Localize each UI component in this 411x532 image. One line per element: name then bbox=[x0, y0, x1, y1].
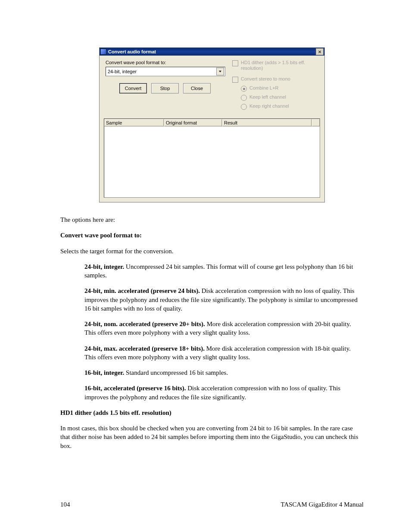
col-spacer bbox=[312, 119, 320, 126]
dialog-title: Convert audio format bbox=[108, 49, 316, 54]
format-value: 24-bit, integer bbox=[108, 69, 216, 74]
col-result[interactable]: Result bbox=[222, 119, 312, 126]
app-icon bbox=[100, 49, 106, 55]
convert-audio-dialog: Convert audio format ✕ Convert wave pool… bbox=[99, 47, 325, 202]
format-select[interactable]: 24-bit, integer bbox=[106, 67, 225, 76]
col-original-format[interactable]: Original format bbox=[164, 119, 222, 126]
sample-list[interactable]: Sample Original format Result bbox=[104, 118, 320, 198]
col-sample[interactable]: Sample bbox=[104, 119, 164, 126]
heading-convert-format: Convert wave pool format to: bbox=[60, 231, 364, 240]
convert-button[interactable]: Convert bbox=[119, 83, 147, 93]
intro-text: The options here are: bbox=[60, 215, 364, 224]
stereo-to-mono-label: Convert stereo to mono bbox=[241, 76, 290, 82]
format-label: Convert wave pool format to: bbox=[106, 60, 225, 65]
list-header: Sample Original format Result bbox=[104, 119, 320, 127]
opt-24-integer: 24-bit, integer. Uncompressed 24 bit sam… bbox=[84, 262, 364, 280]
close-button[interactable]: Close bbox=[183, 83, 211, 93]
p-hd1-explain: In most cases, this box should be checke… bbox=[60, 424, 364, 450]
combine-lr-radio[interactable] bbox=[241, 86, 247, 92]
dialog-titlebar: Convert audio format ✕ bbox=[100, 48, 324, 56]
stereo-to-mono-checkbox[interactable] bbox=[232, 77, 238, 83]
hd1-dither-checkbox[interactable] bbox=[232, 60, 238, 66]
page-number: 104 bbox=[60, 501, 70, 508]
chevron-down-icon[interactable] bbox=[216, 68, 224, 75]
opt-24-nom: 24-bit, nom. accelerated (preserve 20+ b… bbox=[84, 320, 364, 337]
opt-16-accel: 16-bit, accelerated (preserve 16 bits). … bbox=[84, 384, 364, 401]
keep-right-radio[interactable] bbox=[241, 104, 247, 110]
keep-right-label: Keep right channel bbox=[249, 103, 289, 109]
close-icon[interactable]: ✕ bbox=[316, 48, 324, 55]
p-selects-target: Selects the target format for the conver… bbox=[60, 247, 364, 255]
document-body: The options here are: Convert wave pool … bbox=[60, 215, 364, 450]
hd1-dither-label: HD1 dither (adds > 1.5 bits eff. resolut… bbox=[241, 60, 319, 71]
heading-hd1: HD1 dither (adds 1.5 bits eff. resolutio… bbox=[60, 408, 364, 417]
manual-title: TASCAM GigaEditor 4 Manual bbox=[280, 501, 364, 508]
keep-left-radio[interactable] bbox=[241, 95, 247, 101]
stop-button[interactable]: Stop bbox=[151, 83, 179, 93]
opt-24-max: 24-bit, max. accelerated (preserve 18+ b… bbox=[84, 344, 364, 362]
opt-16-integer: 16-bit, integer. Standard uncompressed 1… bbox=[84, 368, 364, 377]
opt-24-min: 24-bit, min. accelerated (preserve 24 bi… bbox=[84, 286, 364, 313]
svg-marker-0 bbox=[219, 71, 221, 72]
keep-left-label: Keep left channel bbox=[249, 94, 286, 100]
page-footer: 104 TASCAM GigaEditor 4 Manual bbox=[60, 501, 364, 508]
combine-lr-label: Combine L+R bbox=[249, 85, 279, 91]
